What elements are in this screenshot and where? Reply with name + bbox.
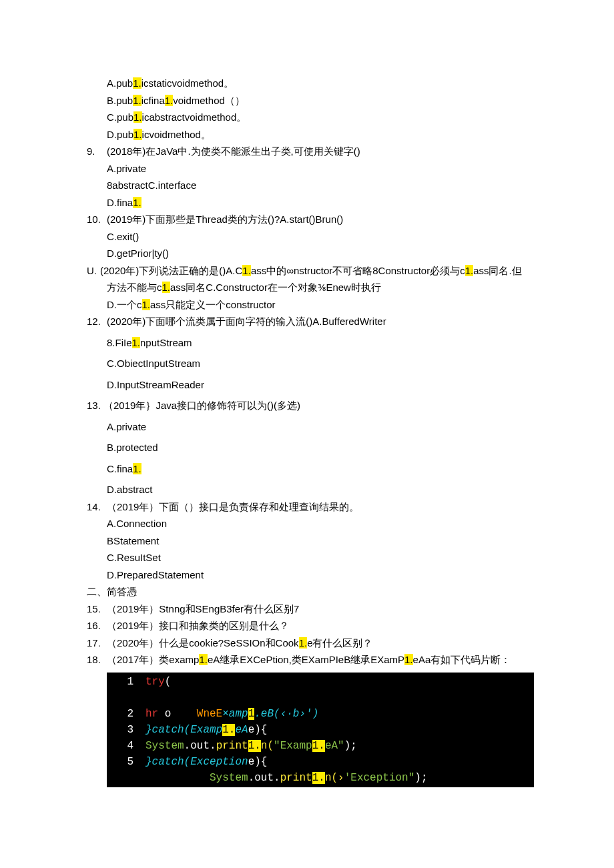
code-line-3: 3 }catch(Examp1.eAe){ [107, 722, 534, 738]
highlight: 1. [133, 111, 142, 123]
q9: 9. (2018年)在JaVa中.为使类不能派生出子类,可使用关键字() [87, 143, 527, 160]
line-number [107, 770, 145, 786]
arg: ‹·b›' [280, 708, 312, 720]
indent [145, 772, 210, 784]
question-text: (2020年)下面哪个流类属于面向字符的输入流()A.BufferedWrite… [107, 313, 527, 330]
question-text: （2017年）类examp1.eA继承EXCePtion,类EXamPIeB继承… [107, 651, 527, 669]
field: out [190, 740, 210, 752]
q18: 18. （2017年）类examp1.eA继承EXCePtion,类EXamPI… [87, 651, 527, 669]
question-text: （2019年｝Java接口的修饰符可以为()(多选) [103, 400, 300, 411]
highlight: 1. [312, 740, 325, 752]
text: eA继承EXCePtion,类EXamPIeB继承EXamP [208, 654, 404, 665]
text: C.pub [107, 111, 133, 123]
text: ass中的∞nstructor不可省略8Constructor必须与c [251, 265, 465, 276]
question-number: 18. [87, 651, 107, 669]
q12: 12. (2020年)下面哪个流类属于面向字符的输入流()A.BufferedW… [87, 313, 527, 330]
q9-option-d: D.fina1. [87, 194, 527, 211]
brace: } [145, 756, 152, 768]
question-text: (2018年)在JaVa中.为使类不能派生出子类,可使用关键字() [107, 143, 527, 160]
text: D.pub [107, 129, 133, 140]
text: (2020年)下列说法正确的是()A.C [100, 265, 242, 276]
text: C.fina [107, 463, 133, 474]
highlight: 1. [162, 282, 171, 293]
code-line-6: System.out.print1.n(›'Exception"); [107, 770, 534, 786]
highlight: 1. [312, 772, 325, 784]
highlight: 1. [142, 299, 151, 310]
q13-option-a: A.private [87, 418, 527, 436]
q14-option-c: C.ResuItSet [87, 549, 527, 566]
q9-option-b: 8abstractC.interface [87, 177, 527, 194]
dot: . [184, 740, 191, 752]
question-text: （2019年）Stnng和SEngB3fer有什么区别7 [107, 600, 527, 618]
text: D.一个c [107, 299, 142, 310]
string: eA" [325, 740, 344, 752]
question-text: （2019年）接口和抽象类的区别是什么？ [107, 617, 527, 634]
text: eAa有如下代码片断： [413, 654, 511, 665]
highlight: 1. [465, 265, 474, 276]
text: icvoidmethod。 [142, 129, 211, 140]
text: ass只能定义一个constructor [150, 299, 276, 310]
highlight: 1. [222, 724, 235, 736]
code-line-2: 2 hr o WneE×amp1.eB(‹·b›') [107, 706, 534, 722]
field: out [254, 772, 274, 784]
highlight: 1. [133, 197, 141, 208]
q10: 10. (2019年)下面那些是Thread类的方法()?A.start()Br… [87, 211, 527, 228]
q15: 15. （2019年）Stnng和SEngB3fer有什么区别7 [87, 600, 527, 618]
question-text: (2020年)下列说法正确的是()A.C1.ass中的∞nstructor不可省… [100, 262, 527, 280]
q10-option-c: C.exit() [87, 228, 527, 246]
q14-option-b: BStatement [87, 532, 527, 550]
dot: . [248, 772, 255, 784]
line-number: 1 [107, 674, 145, 690]
method: print [216, 740, 248, 752]
dot: . [274, 772, 280, 784]
code-line-5: 5 }catch(Exceptione){ [107, 754, 534, 770]
q8-option-a: A.pub1.icstaticvoidmethod。 [87, 75, 527, 92]
text: 8.FiIe [107, 337, 132, 348]
paren: ) [312, 708, 319, 720]
question-text: （2019年）下面（）接口是负责保存和处理查询结果的。 [107, 498, 527, 516]
q12-option-b: 8.FiIe1.nputStream [87, 334, 527, 352]
q13-option-d: D.abstract [87, 481, 527, 498]
type: .eB( [254, 708, 280, 720]
brace: } [145, 724, 152, 736]
document-page: A.pub1.icstaticvoidmethod。 B.pub1.icfina… [0, 0, 614, 814]
q17: 17. （2020年）什么是cookie?SeSSIOn和Cook1.e有什么区… [87, 634, 527, 652]
text: WneE [197, 708, 222, 720]
semi: ); [414, 772, 427, 784]
question-number: 15. [87, 600, 107, 618]
text: ass同名.但 [473, 265, 522, 276]
highlight: 1. [242, 265, 251, 276]
question-number: 16. [87, 617, 107, 634]
question-number: 17. [87, 634, 107, 652]
question-number: 14. [87, 498, 107, 516]
text: icfina [141, 95, 165, 106]
var: e [248, 756, 255, 768]
highlight: 1. [133, 463, 141, 474]
method: n( [261, 740, 274, 752]
string: "Examp [274, 740, 312, 752]
semi: ); [344, 740, 357, 752]
section-title: 二、简答憑 [87, 583, 527, 600]
text: nputStream [140, 337, 192, 348]
brace: ){ [254, 724, 267, 736]
string: 'Exception" [344, 772, 415, 784]
highlight: 1. [199, 654, 208, 665]
brace: ( [165, 676, 172, 688]
qU-line2: 方法不能与c1.ass同名C.Constructor在一个对象⅜Enew时执行 [87, 279, 527, 296]
question-number: 9. [87, 143, 107, 160]
q8-option-d: D.pub1.icvoidmethod。 [87, 126, 527, 143]
q12-option-d: D.InputStreamReader [87, 376, 527, 394]
q14: 14. （2019年）下面（）接口是负责保存和处理查询结果的。 [87, 498, 527, 516]
line-number: 2 [107, 706, 145, 722]
q8-option-b: B.pub1.icfina1.voidmethod（） [87, 92, 527, 109]
highlight: 1. [404, 654, 413, 665]
class: System [145, 740, 184, 752]
line-number: 3 [107, 722, 145, 738]
keyword: hr [145, 708, 158, 720]
catch: catch(Examp [152, 724, 223, 736]
type: ×amp [222, 708, 248, 720]
text: o [158, 708, 171, 720]
question-number: U. [87, 262, 100, 280]
q8-option-c: C.pub1.icabstractvoidmethod。 [87, 109, 527, 126]
text: ass同名C.Constructor在一个对象⅜Enew时执行 [170, 282, 381, 293]
